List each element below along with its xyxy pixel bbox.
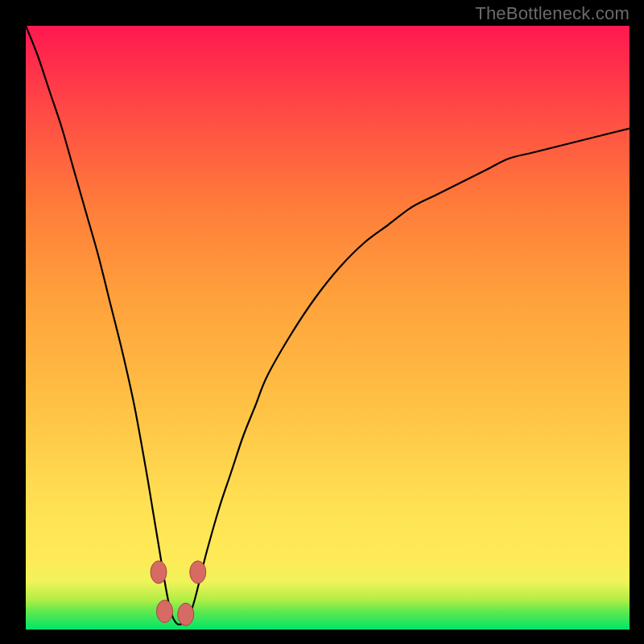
outer-black-frame: TheBottleneck.com — [0, 0, 644, 644]
threshold-marker — [178, 603, 194, 625]
bottleneck-chart — [0, 0, 644, 644]
threshold-marker — [157, 601, 173, 623]
threshold-marker — [190, 561, 206, 584]
threshold-marker — [151, 561, 167, 584]
